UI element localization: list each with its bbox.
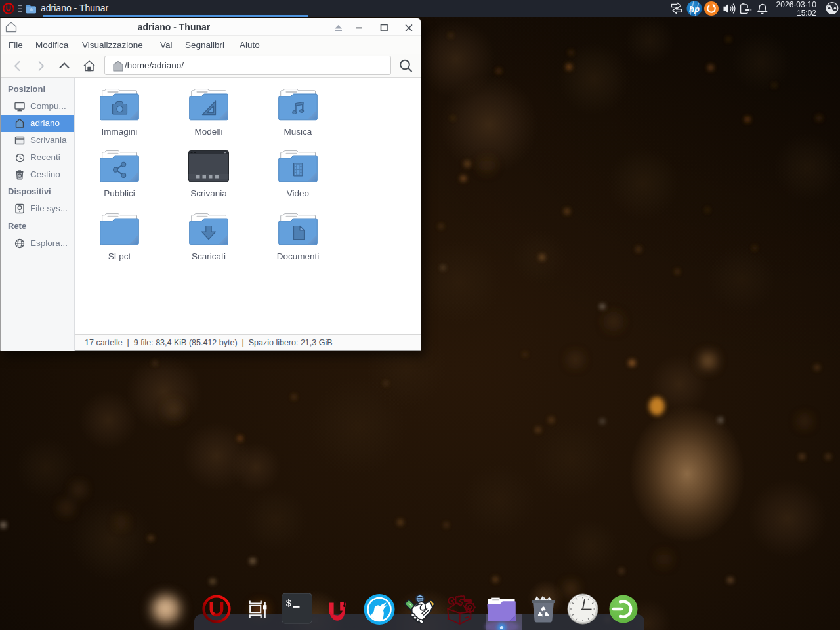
svg-text:hp: hp (689, 4, 700, 14)
svg-text:$: $ (286, 598, 291, 609)
